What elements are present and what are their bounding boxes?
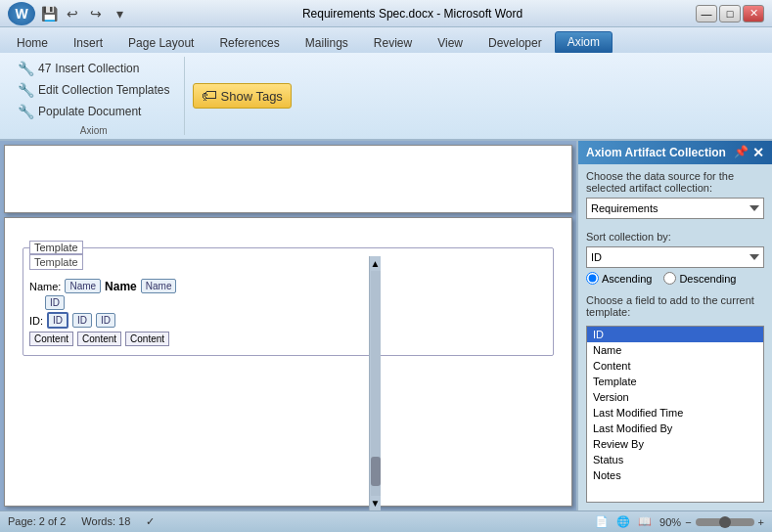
- id-tag-1[interactable]: ID: [47, 312, 68, 329]
- name-tag-1[interactable]: Name: [65, 279, 101, 293]
- data-source-select[interactable]: Requirements: [586, 198, 764, 219]
- minimize-btn[interactable]: —: [696, 5, 717, 22]
- scroll-down-btn[interactable]: ▼: [371, 498, 381, 509]
- zoom-slider[interactable]: [696, 518, 754, 526]
- populate-document-btn[interactable]: 🔧 Populate Document: [12, 102, 176, 121]
- descending-label: Descending: [679, 273, 736, 285]
- field-item-status[interactable]: Status: [587, 452, 763, 467]
- axiom-section-label: Axiom: [12, 121, 176, 136]
- axiom-section: 🔧 47 Insert Collection 🔧 Edit Collection…: [4, 57, 185, 135]
- id-row: ID: ID ID ID: [29, 312, 547, 329]
- title-bar: W 💾 ↩ ↪ ▾ Requirements Spec.docx - Micro…: [0, 0, 772, 27]
- sort-select[interactable]: ID Name Content: [586, 246, 764, 268]
- data-source-section: Choose the data source for the selected …: [578, 164, 772, 225]
- tab-references[interactable]: References: [206, 31, 292, 53]
- field-item-notes[interactable]: Notes: [587, 467, 763, 483]
- tab-developer[interactable]: Developer: [476, 31, 555, 53]
- field-item-content[interactable]: Content: [587, 358, 763, 374]
- maximize-btn[interactable]: □: [719, 5, 741, 22]
- field-item-last-modified-by[interactable]: Last Modified By: [587, 421, 763, 436]
- field-item-version[interactable]: Version: [587, 389, 763, 405]
- doc-page-main[interactable]: Template Template Name: Name Name Name I…: [4, 217, 572, 507]
- zoom-minus-btn[interactable]: −: [685, 516, 691, 528]
- main-area: Template Template Name: Name Name Name I…: [0, 141, 772, 510]
- insert-collection-btn[interactable]: 🔧 47 Insert Collection: [12, 59, 176, 78]
- tab-mailings[interactable]: Mailings: [293, 31, 361, 53]
- ascending-label: Ascending: [602, 273, 652, 285]
- panel-pin-icon[interactable]: 📌: [734, 145, 749, 160]
- descending-radio-label[interactable]: Descending: [663, 272, 736, 285]
- sort-label: Sort collection by:: [586, 231, 764, 243]
- save-quick-btn[interactable]: 💾: [39, 4, 59, 23]
- name-row: Name: Name Name Name: [29, 279, 547, 293]
- view-normal-icon[interactable]: 📄: [595, 515, 609, 528]
- insert-collection-text: Insert Collection: [55, 62, 139, 75]
- panel-header: Axiom Artifact Collection 📌 ✕: [578, 141, 772, 164]
- zoom-level: 90%: [659, 516, 681, 528]
- close-btn[interactable]: ✕: [743, 5, 764, 22]
- customize-btn[interactable]: ▾: [110, 4, 129, 23]
- scroll-thumb[interactable]: [371, 457, 381, 486]
- track-changes-icon: ✓: [146, 515, 155, 528]
- id-inner-tag[interactable]: ID: [45, 295, 65, 310]
- populate-doc-icon: 🔧: [18, 104, 34, 119]
- show-tags-text: Show Tags: [221, 89, 283, 104]
- content-tag-3[interactable]: Content: [125, 332, 169, 346]
- content-tag-2[interactable]: Content: [77, 332, 121, 346]
- tab-home[interactable]: Home: [4, 31, 61, 53]
- ascending-radio[interactable]: [586, 272, 599, 285]
- field-list-label: Choose a field to add to the current tem…: [586, 294, 764, 318]
- panel-close-btn[interactable]: ✕: [752, 145, 764, 160]
- name-text-1: Name: [105, 280, 137, 293]
- redo-btn[interactable]: ↪: [86, 4, 106, 23]
- zoom-thumb[interactable]: [719, 516, 731, 528]
- word-count: Words: 18: [81, 515, 130, 528]
- descending-radio[interactable]: [663, 272, 676, 285]
- title-bar-left: W 💾 ↩ ↪ ▾: [8, 2, 129, 25]
- zoom-plus-btn[interactable]: +: [758, 516, 764, 528]
- sort-order-group: Ascending Descending: [586, 272, 764, 285]
- field-list[interactable]: ID Name Content Template Version Last Mo…: [586, 326, 764, 503]
- axiom-buttons: 🔧 47 Insert Collection 🔧 Edit Collection…: [12, 59, 176, 121]
- view-web-icon[interactable]: 🌐: [616, 515, 630, 528]
- status-bar: Page: 2 of 2 Words: 18 ✓ 📄 🌐 📖 90% − +: [0, 510, 772, 532]
- field-item-last-modified-time[interactable]: Last Modified Time: [587, 405, 763, 421]
- window-title: Requirements Spec.docx - Microsoft Word: [129, 7, 696, 21]
- undo-btn[interactable]: ↩: [63, 4, 82, 23]
- edit-templates-text: Edit Collection Templates: [38, 83, 170, 97]
- doc-scrollbar[interactable]: ▲ ▼: [369, 256, 381, 510]
- field-item-name[interactable]: Name: [587, 342, 763, 358]
- id-tag-2[interactable]: ID: [72, 313, 92, 328]
- template-inner-label: Template: [29, 254, 83, 270]
- zoom-controls: 90% − +: [659, 516, 764, 528]
- ribbon-content: 🔧 47 Insert Collection 🔧 Edit Collection…: [0, 53, 772, 141]
- tab-review[interactable]: Review: [361, 31, 425, 53]
- edit-templates-btn[interactable]: 🔧 Edit Collection Templates: [12, 80, 176, 100]
- document-area: Template Template Name: Name Name Name I…: [0, 141, 576, 510]
- content-row: Content Content Content: [29, 332, 547, 346]
- panel-header-icons: 📌 ✕: [734, 145, 764, 160]
- id-label: ID:: [29, 315, 43, 327]
- tab-insert[interactable]: Insert: [61, 31, 115, 53]
- field-item-id[interactable]: ID: [587, 327, 763, 342]
- content-tag-1[interactable]: Content: [29, 332, 73, 346]
- data-source-label: Choose the data source for the selected …: [586, 170, 764, 194]
- tab-view[interactable]: View: [425, 31, 476, 53]
- id-tag-3[interactable]: ID: [96, 313, 115, 328]
- scroll-up-btn[interactable]: ▲: [371, 258, 381, 269]
- field-item-review-by[interactable]: Review By: [587, 436, 763, 452]
- view-read-icon[interactable]: 📖: [638, 515, 652, 528]
- show-tags-btn[interactable]: 🏷 Show Tags: [193, 83, 292, 109]
- right-panel: Axiom Artifact Collection 📌 ✕ Choose the…: [576, 141, 772, 510]
- sort-section: Sort collection by: ID Name Content Asce…: [578, 225, 772, 294]
- field-item-template[interactable]: Template: [587, 374, 763, 389]
- office-button[interactable]: W: [8, 2, 35, 25]
- ribbon-tabs: Home Insert Page Layout References Maili…: [0, 27, 772, 53]
- show-tags-icon: 🏷: [202, 87, 217, 105]
- status-left: Page: 2 of 2 Words: 18 ✓: [8, 515, 155, 528]
- tab-page-layout[interactable]: Page Layout: [115, 31, 206, 53]
- name-tag-2[interactable]: Name: [141, 279, 177, 293]
- tab-axiom[interactable]: Axiom: [555, 31, 613, 53]
- tags-section: 🏷 Show Tags: [185, 57, 299, 135]
- ascending-radio-label[interactable]: Ascending: [586, 272, 652, 285]
